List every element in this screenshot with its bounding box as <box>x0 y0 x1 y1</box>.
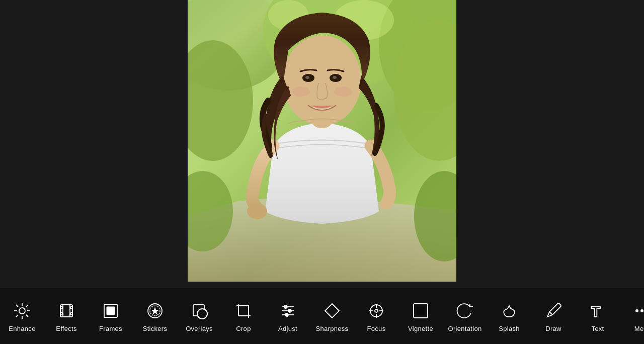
svg-point-15 <box>305 76 309 79</box>
crop-icon <box>232 300 255 322</box>
tool-label-orientation: Orientation <box>448 325 482 332</box>
tool-label-vignette: Vignette <box>408 325 433 332</box>
svg-point-12 <box>283 35 361 126</box>
tool-label-enhance: Enhance <box>9 325 35 332</box>
square-icon <box>100 300 122 322</box>
svg-point-59 <box>640 309 643 312</box>
tool-label-overlays: Overlays <box>186 325 213 332</box>
tool-label-frames: Frames <box>99 325 122 332</box>
svg-rect-35 <box>107 307 115 315</box>
tool-adjust[interactable]: Adjust <box>266 288 310 344</box>
svg-point-40 <box>197 309 207 319</box>
svg-rect-29 <box>60 307 62 309</box>
svg-line-25 <box>26 305 28 307</box>
tool-sharpness[interactable]: Sharpness <box>310 288 354 344</box>
svg-point-45 <box>288 309 291 312</box>
circle-square-icon <box>188 300 210 322</box>
svg-line-24 <box>26 315 28 317</box>
tool-stickers[interactable]: Stickers <box>133 288 177 344</box>
tool-draw[interactable]: Draw <box>531 288 576 344</box>
tool-label-crop: Crop <box>236 325 251 332</box>
tool-frames[interactable]: Frames <box>89 288 133 344</box>
svg-point-53 <box>375 309 378 312</box>
photo-image <box>188 0 456 282</box>
svg-line-26 <box>16 315 18 317</box>
more-icon <box>631 300 644 322</box>
rotate-icon <box>454 300 476 322</box>
svg-rect-30 <box>60 313 62 315</box>
tool-focus[interactable]: Focus <box>354 288 398 344</box>
pencil-icon <box>542 300 565 322</box>
tool-enhance[interactable]: Enhance <box>0 288 44 344</box>
star-circle-icon <box>144 300 166 322</box>
svg-marker-38 <box>151 307 159 315</box>
svg-rect-55 <box>417 307 425 315</box>
svg-point-16 <box>333 76 337 79</box>
splash-icon <box>498 300 520 322</box>
svg-point-18 <box>334 87 352 97</box>
tool-label-focus: Focus <box>367 325 386 332</box>
tool-label-effects: Effects <box>56 325 77 332</box>
tool-label-splash: Splash <box>499 325 520 332</box>
svg-text:T: T <box>591 303 600 320</box>
photo-canvas <box>0 0 644 288</box>
svg-point-27 <box>19 308 25 314</box>
svg-rect-33 <box>63 305 70 317</box>
tool-effects[interactable]: Effects <box>44 288 89 344</box>
svg-point-58 <box>635 309 638 312</box>
tool-label-adjust: Adjust <box>278 325 297 332</box>
crosshair-icon <box>365 300 387 322</box>
tool-label-sharpness: Sharpness <box>316 325 349 332</box>
svg-marker-47 <box>325 304 339 318</box>
text-t-icon: T <box>587 300 609 322</box>
tool-label-text: Text <box>591 325 604 332</box>
svg-line-56 <box>549 312 552 315</box>
tool-overlays[interactable]: Overlays <box>177 288 221 344</box>
wand-icon <box>11 300 33 322</box>
svg-rect-31 <box>70 307 72 309</box>
sliders-icon <box>277 300 299 322</box>
tool-orientation[interactable]: Orientation <box>443 288 487 344</box>
tool-vignette[interactable]: Vignette <box>398 288 443 344</box>
svg-point-17 <box>292 87 310 97</box>
tool-label-more: Me... <box>634 325 644 332</box>
tool-label-draw: Draw <box>545 325 561 332</box>
svg-point-44 <box>284 305 287 308</box>
svg-rect-32 <box>70 313 72 315</box>
diamond-icon <box>321 300 343 322</box>
toolbar: EnhanceEffectsFramesStickersOverlaysCrop… <box>0 288 644 344</box>
vignette-square-icon <box>410 300 432 322</box>
svg-point-10 <box>247 203 267 219</box>
tool-text[interactable]: TText <box>576 288 620 344</box>
svg-line-23 <box>16 305 18 307</box>
tool-label-stickers: Stickers <box>143 325 168 332</box>
film-strip-icon <box>55 300 77 322</box>
tool-splash[interactable]: Splash <box>487 288 531 344</box>
tool-more[interactable]: Me... <box>620 288 644 344</box>
photo-container <box>188 0 456 282</box>
tool-crop[interactable]: Crop <box>221 288 266 344</box>
svg-point-46 <box>285 313 288 316</box>
